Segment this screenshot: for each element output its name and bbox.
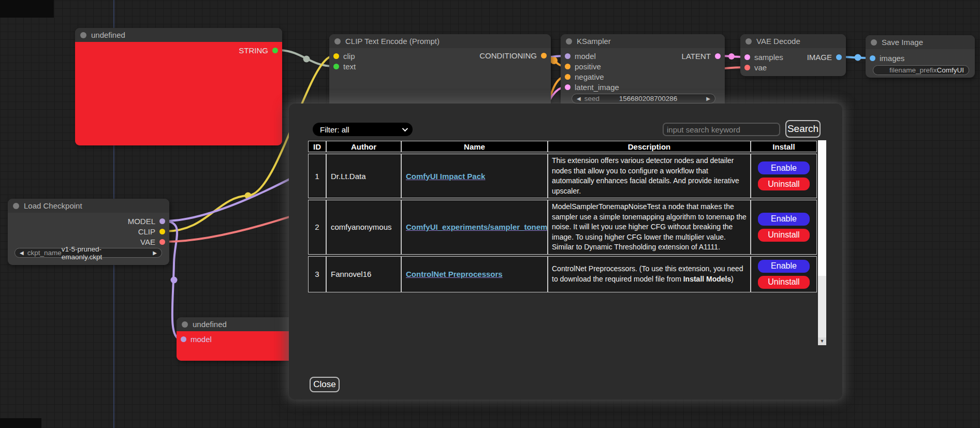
extension-link[interactable]: ControlNet Preprocessors (406, 270, 503, 278)
node-title: CLIP Text Encode (Prompt) (345, 37, 440, 46)
cell-description: ModelSamplerTonemapNoiseTest a node that… (548, 200, 751, 255)
enable-button[interactable]: Enable (758, 260, 810, 273)
slot-dot-vae-input[interactable] (744, 65, 750, 70)
slot-label-clip: clip (343, 52, 355, 61)
node-title: Load Checkpoint (24, 201, 82, 210)
cell-id: 2 (308, 200, 326, 255)
node-title: Save Image (882, 38, 923, 47)
table-row: 3 Fannovel16 ControlNet Preprocessors Co… (308, 256, 817, 292)
extensions-table: ID Author Name Description Install 1 Dr.… (308, 139, 817, 294)
node-title: undefined (193, 320, 227, 329)
enable-button[interactable]: Enable (758, 213, 810, 226)
extension-link[interactable]: ComfyUI Impact Pack (406, 172, 485, 181)
cell-author: Dr.Lt.Data (326, 154, 401, 198)
slot-dot-images-input[interactable] (870, 55, 875, 61)
cell-install: Enable Uninstall (751, 200, 817, 255)
slot-dot-positive-input[interactable] (565, 64, 571, 69)
custom-nodes-manager-dialog: Filter: all Search ID Author Name Descri… (289, 104, 842, 400)
arrow-left-icon[interactable]: ◀ (577, 96, 581, 101)
slot-label-conditioning: CONDITIONING (479, 51, 537, 60)
node-collapse-dot[interactable] (80, 32, 86, 38)
node-save-image[interactable]: Save Image images filename_prefix ComfyU… (866, 35, 975, 78)
slot-label-latent-image: latent_image (575, 83, 619, 92)
header-description: Description (548, 141, 751, 152)
cell-id: 3 (308, 256, 326, 292)
node-undefined-string[interactable]: undefined STRING (75, 28, 282, 145)
node-title-bar: CLIP Text Encode (Prompt) (329, 34, 551, 48)
chevron-down-icon (402, 126, 408, 131)
slot-dot-latent-image-input[interactable] (565, 84, 571, 90)
filter-select[interactable]: Filter: all (313, 123, 413, 136)
slot-dot-samples-input[interactable] (744, 54, 750, 60)
node-title-bar: KSampler (561, 34, 725, 48)
uninstall-button[interactable]: Uninstall (758, 276, 810, 289)
slot-label-samples: samples (754, 53, 783, 62)
close-button[interactable]: Close (310, 377, 340, 392)
slot-dot-negative-input[interactable] (565, 74, 571, 80)
slot-label-vae-out: VAE (140, 238, 155, 246)
cell-description: ControlNet Preprocessors. (To use this e… (548, 256, 751, 292)
uninstall-button[interactable]: Uninstall (758, 229, 810, 242)
table-scrollbar[interactable]: ▼ (818, 140, 826, 345)
cell-author: comfyanonymous (326, 200, 401, 255)
enable-button[interactable]: Enable (758, 161, 810, 174)
node-title: KSampler (577, 37, 611, 46)
table-header-row: ID Author Name Description Install (308, 141, 817, 152)
slot-dot-conditioning-output[interactable] (541, 53, 547, 58)
arrow-left-icon[interactable]: ◀ (20, 250, 24, 256)
node-title: undefined (91, 31, 125, 39)
scroll-down-icon[interactable]: ▼ (818, 337, 826, 345)
node-collapse-dot[interactable] (871, 39, 877, 46)
header-id: ID (308, 141, 326, 152)
ckpt-name-label: ckpt_name (27, 249, 62, 257)
cell-author: Fannovel16 (326, 256, 401, 292)
search-button[interactable]: Search (785, 120, 821, 138)
slot-label-string: STRING (239, 46, 268, 55)
node-collapse-dot[interactable] (13, 203, 19, 209)
table-row: 2 comfyanonymous ComfyUI_experiments/sam… (308, 200, 817, 255)
node-load-checkpoint[interactable]: Load Checkpoint MODEL CLIP VAE ◀ ckpt_na… (8, 199, 169, 265)
slot-label-model: model (191, 335, 212, 344)
slot-label-text: text (343, 62, 356, 71)
arrow-right-icon[interactable]: ▶ (153, 250, 157, 256)
extension-link[interactable]: ComfyUI_experiments/sampler_tonemap (406, 223, 548, 231)
node-collapse-dot[interactable] (745, 38, 752, 45)
node-collapse-dot[interactable] (182, 321, 188, 328)
header-name: Name (401, 141, 548, 152)
slot-dot-latent-output[interactable] (715, 53, 721, 59)
cell-description: This extension offers various detector n… (548, 154, 751, 198)
scrollbar-thumb[interactable] (818, 140, 826, 276)
node-undefined-model[interactable]: undefined model (177, 317, 306, 361)
slot-label-model: model (575, 52, 596, 61)
node-error-body: STRING (75, 42, 282, 145)
slot-dot-string-output[interactable] (272, 48, 278, 53)
node-title: VAE Decode (756, 37, 800, 46)
seed-widget[interactable]: ◀ seed 156680208700286 ▶ (572, 94, 715, 104)
filename-prefix-widget[interactable]: filename_prefix ComfyUI (873, 65, 969, 75)
slot-label-model-out: MODEL (128, 217, 155, 226)
slot-label-positive: positive (575, 62, 601, 71)
header-install: Install (751, 141, 817, 152)
node-vae-decode[interactable]: VAE Decode samples vae IMAGE (740, 34, 846, 76)
node-collapse-dot[interactable] (566, 38, 572, 45)
node-title-bar: Load Checkpoint (8, 199, 169, 213)
cell-install: Enable Uninstall (751, 154, 817, 198)
arrow-right-icon[interactable]: ▶ (706, 96, 710, 101)
slot-dot-model-output[interactable] (159, 218, 165, 224)
slot-label-negative: negative (575, 72, 604, 81)
ckpt-name-widget[interactable]: ◀ ckpt_name v1-5-pruned-emaonly.ckpt ▶ (14, 248, 162, 258)
slot-dot-text-input[interactable] (333, 64, 339, 69)
seed-widget-label: seed (584, 95, 599, 102)
uninstall-button[interactable]: Uninstall (758, 178, 810, 190)
node-title-bar: undefined (75, 28, 282, 42)
slot-dot-image-output[interactable] (836, 54, 842, 60)
slot-label-images: images (880, 54, 904, 63)
search-input[interactable] (663, 123, 780, 136)
cell-id: 1 (308, 154, 326, 198)
slot-dot-model-input[interactable] (565, 53, 571, 59)
node-collapse-dot[interactable] (334, 38, 341, 45)
slot-dot-vae-output[interactable] (159, 239, 165, 245)
slot-dot-clip-output[interactable] (159, 229, 165, 234)
slot-dot-model-input[interactable] (181, 336, 186, 342)
slot-dot-clip-input[interactable] (333, 53, 339, 59)
